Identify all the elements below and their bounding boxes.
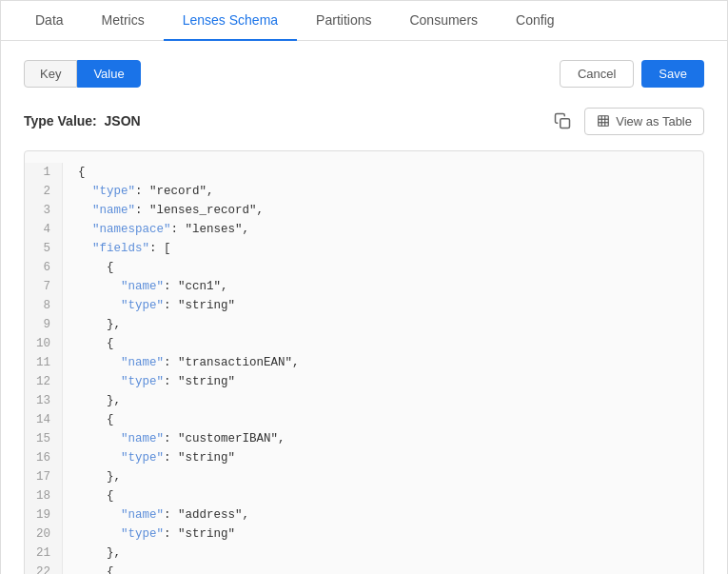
type-value: JSON xyxy=(105,113,141,129)
app-container: Data Metrics Lenses Schema Partitions Co… xyxy=(0,0,728,574)
line-numbers: 1234567891011121314151617181920212223242… xyxy=(25,163,63,574)
kv-row: Key Value Cancel Save xyxy=(24,60,704,88)
cancel-button[interactable]: Cancel xyxy=(560,60,634,88)
key-button[interactable]: Key xyxy=(24,60,77,88)
tab-partitions[interactable]: Partitions xyxy=(297,1,390,41)
svg-rect-1 xyxy=(599,116,609,127)
save-button[interactable]: Save xyxy=(641,60,704,88)
svg-rect-0 xyxy=(561,119,570,129)
code-editor[interactable]: 1234567891011121314151617181920212223242… xyxy=(24,150,704,574)
view-as-table-button[interactable]: View as Table xyxy=(584,108,704,135)
main-content: Key Value Cancel Save Type Value: JSON xyxy=(1,41,727,574)
code-body[interactable]: { "type": "record", "name": "lenses_reco… xyxy=(63,163,703,574)
action-buttons: Cancel Save xyxy=(560,60,704,88)
tab-consumers[interactable]: Consumers xyxy=(390,1,497,41)
copy-icon[interactable] xyxy=(548,107,577,135)
tab-bar: Data Metrics Lenses Schema Partitions Co… xyxy=(1,1,727,41)
tab-metrics[interactable]: Metrics xyxy=(83,1,164,41)
code-content: 1234567891011121314151617181920212223242… xyxy=(25,151,703,574)
type-label: Type Value: JSON xyxy=(24,113,141,129)
type-row: Type Value: JSON xyxy=(24,103,704,139)
type-actions: View as Table xyxy=(548,107,704,135)
kv-toggle: Key Value xyxy=(24,60,141,88)
tab-data[interactable]: Data xyxy=(16,1,83,41)
table-icon xyxy=(597,114,610,128)
value-button[interactable]: Value xyxy=(77,60,140,88)
tab-config[interactable]: Config xyxy=(497,1,573,41)
tab-lenses-schema[interactable]: Lenses Schema xyxy=(164,1,297,41)
